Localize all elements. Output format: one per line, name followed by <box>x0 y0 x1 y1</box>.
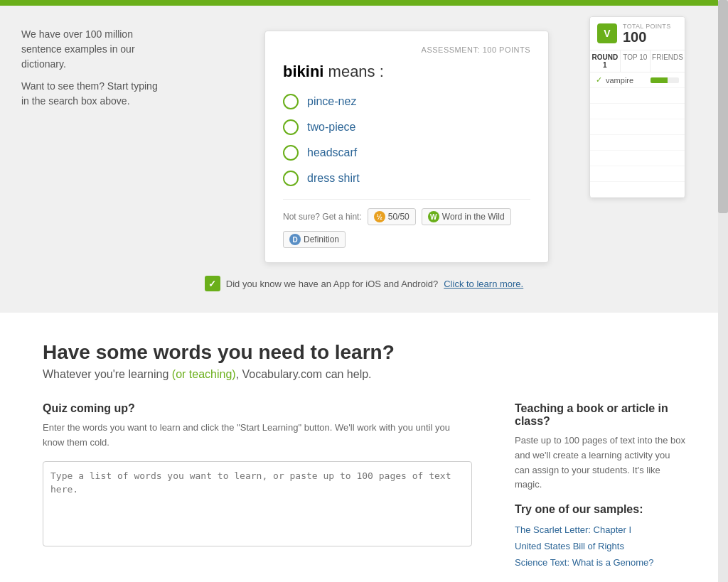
score-tabs: ROUND 1 TOP 10 FRIENDS <box>590 50 685 72</box>
radio-3 <box>283 145 299 161</box>
quiz-suffix: means : <box>323 63 383 80</box>
option-1-text: pince-nez <box>307 95 356 108</box>
sidebar-line1: We have over 100 million sentence exampl… <box>21 27 164 72</box>
app-banner-link[interactable]: Click to learn more. <box>444 279 523 289</box>
hint-label: Not sure? Get a hint: <box>283 212 362 222</box>
quiz-options: pince-nez two-piece headscarf dress shir… <box>283 94 530 186</box>
score-bar <box>651 77 679 83</box>
option-2[interactable]: two-piece <box>283 119 530 135</box>
score-header: V TOTAL POINTS 100 <box>590 17 685 50</box>
sample-link-2[interactable]: United States Bill of Rights <box>515 541 685 551</box>
learn-title: Have some words you need to learn? <box>43 341 685 364</box>
hint-wild-label: Word in the Wild <box>442 212 505 222</box>
hint-50-icon: ½ <box>374 211 385 222</box>
score-entry: ✓ vampire <box>590 72 685 88</box>
option-2-text: two-piece <box>307 121 355 134</box>
hint-wild-button[interactable]: W Word in the Wild <box>422 208 511 225</box>
top-bar <box>0 0 728 6</box>
hint-def-button[interactable]: D Definition <box>283 231 346 248</box>
option-1[interactable]: pince-nez <box>283 94 530 109</box>
teaching-link[interactable]: (or teaching) <box>172 368 236 380</box>
radio-4 <box>283 171 299 186</box>
score-empty-1 <box>590 88 685 104</box>
scrollbar[interactable] <box>718 0 728 582</box>
left-col-heading: Quiz coming up? <box>43 402 472 415</box>
score-empty-3 <box>590 119 685 135</box>
tab-friends[interactable]: FRIENDS <box>651 50 685 72</box>
check-icon: ✓ <box>596 75 602 85</box>
scrollbar-thumb[interactable] <box>718 0 728 213</box>
learn-columns: Quiz coming up? Enter the words you want… <box>43 402 685 582</box>
sidebar-text: We have over 100 million sentence exampl… <box>21 27 164 116</box>
score-empty-5 <box>590 151 685 166</box>
app-banner-text: Did you know we have an App for iOS and … <box>226 279 438 289</box>
option-3-text: headscarf <box>307 146 357 159</box>
option-4[interactable]: dress shirt <box>283 171 530 186</box>
quiz-word: bikini <box>283 63 323 80</box>
v-icon: ✓ <box>205 276 220 291</box>
sidebar-line2: Want to see them? Start typing in the se… <box>21 79 164 109</box>
total-points-value: 100 <box>623 30 670 44</box>
hint-wild-icon: W <box>428 211 439 222</box>
tab-round1[interactable]: ROUND 1 <box>590 50 621 72</box>
option-3[interactable]: headscarf <box>283 145 530 161</box>
subtitle-after: , Vocabulary.com can help. <box>236 368 372 380</box>
assessment-label: ASSESSMENT: 100 POINTS <box>283 45 530 54</box>
right-col-desc: Paste up to 100 pages of text into the b… <box>515 433 685 492</box>
right-col-heading: Teaching a book or article in class? <box>515 402 685 428</box>
hint-def-icon: D <box>289 234 301 245</box>
sample-link-1[interactable]: The Scarlet Letter: Chapter I <box>515 524 685 535</box>
learn-col-right: Teaching a book or article in class? Pas… <box>515 402 685 582</box>
hint-def-label: Definition <box>304 235 339 244</box>
radio-2 <box>283 119 299 135</box>
quiz-card: ASSESSMENT: 100 POINTS bikini means : pi… <box>264 31 549 263</box>
score-info: TOTAL POINTS 100 <box>623 23 670 44</box>
radio-1 <box>283 94 299 109</box>
subtitle-before: Whatever you're learning <box>43 368 172 380</box>
page-wrapper: We have over 100 million sentence exampl… <box>0 6 728 313</box>
score-empty-4 <box>590 135 685 151</box>
score-empty-2 <box>590 104 685 119</box>
score-empty-7 <box>590 182 685 198</box>
hint-bar: Not sure? Get a hint: ½ 50/50 W Word in … <box>283 199 530 248</box>
score-word: vampire <box>606 76 651 85</box>
score-bar-fill <box>651 77 668 83</box>
app-banner: ✓ Did you know we have an App for iOS an… <box>0 276 728 291</box>
score-empty-6 <box>590 166 685 182</box>
option-4-text: dress shirt <box>307 172 360 185</box>
tab-top10[interactable]: TOP 10 <box>621 50 651 72</box>
sample-link-3[interactable]: Science Text: What is a Genome? <box>515 557 685 568</box>
learn-col-left: Quiz coming up? Enter the words you want… <box>43 402 472 582</box>
quiz-question: bikini means : <box>283 63 530 81</box>
score-panel: V TOTAL POINTS 100 ROUND 1 TOP 10 FRIEND… <box>589 16 685 198</box>
score-logo-icon: V <box>597 23 617 43</box>
learn-subtitle: Whatever you're learning (or teaching), … <box>43 368 685 381</box>
try-samples-title: Try one of our samples: <box>515 503 685 516</box>
learn-section: Have some words you need to learn? Whate… <box>0 313 728 582</box>
hint-50-label: 50/50 <box>388 212 410 222</box>
words-textarea[interactable] <box>43 461 472 546</box>
hint-50-button[interactable]: ½ 50/50 <box>368 208 416 225</box>
left-col-desc: Enter the words you want to learn and cl… <box>43 421 472 451</box>
